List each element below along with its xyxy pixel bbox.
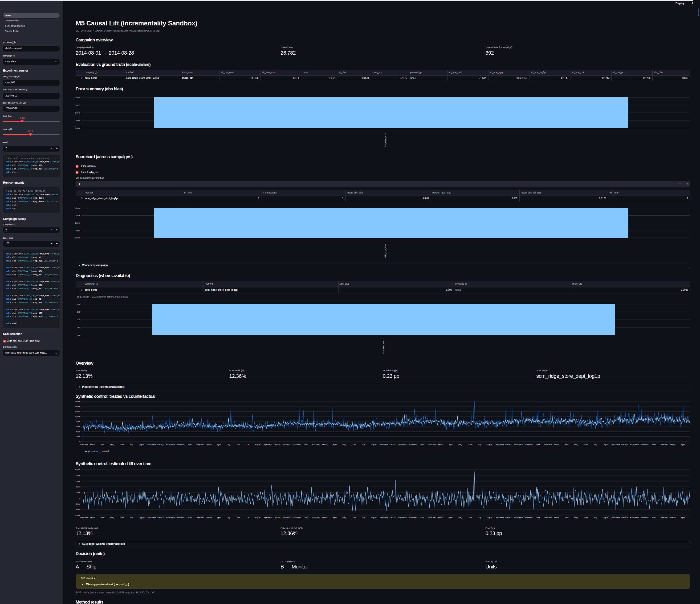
svg-text:May: May [343, 444, 346, 446]
svg-text:November: November [630, 517, 639, 519]
svg-text:May: May [458, 517, 462, 519]
svg-text:April: April [449, 517, 452, 519]
svg-text:June: June [468, 444, 472, 446]
svg-text:10,000: 10,000 [75, 416, 80, 418]
svg-text:October: October [390, 517, 396, 519]
svg-text:October: October [505, 517, 512, 519]
svg-text:September: September [495, 444, 504, 446]
svg-text:0.0010: 0.0010 [75, 222, 80, 224]
svg-text:8,000: 8,000 [76, 421, 80, 423]
svg-text:February: February [428, 444, 436, 446]
svg-text:March: March [670, 444, 675, 446]
svg-text:March: March [438, 444, 443, 446]
svg-text:December: December [524, 517, 532, 519]
svg-text:May: May [227, 444, 230, 446]
svg-text:2016: 2016 [652, 517, 656, 519]
svg-text:scm_ridge_store…: scm_ridge_store… [384, 242, 386, 258]
svg-text:2,000: 2,000 [76, 492, 80, 494]
svg-text:April: April [565, 444, 568, 446]
svg-text:4,000: 4,000 [76, 486, 80, 488]
svg-text:July: July [362, 517, 365, 519]
svg-text:2013: 2013 [304, 444, 308, 446]
svg-text:April: April [217, 444, 221, 446]
svg-text:December: December [176, 444, 184, 446]
svg-text:December: December [524, 444, 532, 446]
svg-text:August: August [371, 517, 377, 519]
svg-text:April: April [101, 444, 105, 446]
svg-text:2014: 2014 [420, 444, 424, 446]
svg-text:2015: 2015 [536, 517, 540, 519]
svg-text:March: March [90, 444, 95, 446]
svg-text:2012: 2012 [188, 517, 192, 519]
svg-text:September: September [610, 444, 620, 446]
svg-text:November: November [166, 444, 175, 446]
svg-text:March: March [206, 517, 211, 519]
svg-text:June: June [120, 444, 124, 446]
svg-text:November: November [630, 444, 639, 446]
svg-text:September: September [263, 517, 272, 519]
svg-text:November: November [398, 444, 407, 446]
svg-text:July: July [478, 517, 481, 519]
svg-text:October: October [621, 517, 628, 519]
svg-text:0: 0 [79, 497, 80, 499]
svg-text:April: April [681, 517, 685, 519]
svg-text:July: July [594, 444, 597, 446]
svg-text:0.0015: 0.0015 [75, 104, 80, 106]
svg-text:August: August [486, 517, 493, 519]
svg-text:-6,000: -6,000 [75, 514, 80, 517]
svg-text:February: February [544, 444, 552, 446]
svg-text:October: October [621, 444, 628, 446]
svg-text:November: November [398, 517, 407, 519]
svg-text:0.0010: 0.0010 [75, 112, 80, 114]
svg-text:August: August [602, 444, 608, 446]
svg-text:March: March [90, 517, 95, 519]
svg-text:August: August [255, 444, 261, 446]
svg-text:0.0015: 0.0015 [75, 215, 80, 217]
svg-text:0.00: 0.00 [77, 334, 80, 336]
svg-text:May: May [458, 444, 462, 446]
svg-text:September: September [495, 517, 504, 519]
svg-text:10,000: 10,000 [75, 469, 80, 471]
svg-text:March: March [206, 444, 211, 446]
svg-text:March: March [554, 517, 559, 519]
svg-text:February: February [544, 517, 552, 519]
svg-text:0.0005: 0.0005 [75, 120, 80, 122]
svg-text:scm_ridge_store…: scm_ridge_store… [384, 131, 386, 147]
svg-text:April: April [101, 517, 105, 519]
svg-text:August: August [255, 517, 261, 519]
svg-text:February: February [196, 444, 203, 446]
svg-text:July: July [246, 444, 249, 446]
svg-text:March: March [670, 517, 675, 519]
svg-text:September: September [379, 517, 388, 519]
svg-text:July: July [130, 517, 133, 519]
svg-text:June: June [236, 517, 241, 519]
svg-text:April: April [217, 517, 221, 519]
svg-text:0.0005: 0.0005 [75, 230, 80, 232]
svg-text:-4,000: -4,000 [75, 509, 80, 511]
svg-text:December: December [408, 444, 417, 446]
svg-text:August: August [486, 444, 493, 446]
svg-text:12,000: 12,000 [75, 411, 80, 413]
svg-text:March: March [322, 517, 327, 519]
svg-text:December: December [176, 517, 184, 519]
svg-text:October: October [274, 517, 280, 519]
svg-text:0.0000: 0.0000 [75, 237, 80, 239]
svg-text:November: November [282, 517, 291, 519]
svg-text:June: June [120, 517, 124, 519]
svg-text:April: April [449, 444, 452, 446]
svg-text:March: March [322, 444, 327, 446]
svg-text:October: October [274, 444, 280, 446]
svg-text:June: June [468, 517, 472, 519]
svg-text:November: November [282, 444, 291, 446]
svg-text:scm_ridge_store…: scm_ridge_store… [382, 338, 384, 354]
svg-text:2,000: 2,000 [76, 436, 80, 438]
svg-text:4,000: 4,000 [76, 431, 80, 433]
svg-text:6,000: 6,000 [76, 480, 80, 482]
svg-text:October: October [157, 444, 164, 446]
svg-text:2016: 2016 [652, 444, 656, 446]
svg-text:14,000: 14,000 [75, 405, 80, 408]
svg-text:2013: 2013 [304, 517, 308, 519]
svg-text:May: May [110, 517, 114, 519]
svg-text:August: August [602, 517, 608, 519]
svg-text:February: February [80, 444, 88, 446]
